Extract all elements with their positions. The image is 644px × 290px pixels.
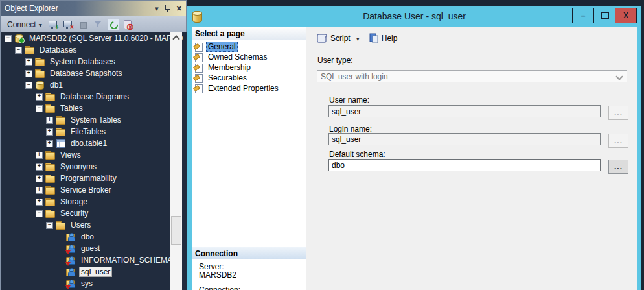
- tree-item-label: Views: [58, 150, 83, 160]
- tree-item-system-databases[interactable]: +System Databases: [1, 56, 187, 67]
- expand-toggle[interactable]: −: [46, 222, 53, 229]
- page-icon: [194, 53, 204, 62]
- expand-toggle[interactable]: +: [46, 140, 53, 147]
- tree-item-databases[interactable]: −Databases: [1, 44, 187, 56]
- scroll-up-icon[interactable]: [170, 32, 182, 42]
- tree-item-storage[interactable]: +Storage: [1, 196, 187, 208]
- tree-item-tables[interactable]: −Tables: [1, 103, 187, 114]
- tree-item-database-snapshots[interactable]: +Database Snapshots: [1, 67, 187, 79]
- filter-icon[interactable]: [93, 19, 104, 30]
- page-item-general[interactable]: General: [192, 42, 306, 52]
- window-position-icon[interactable]: [155, 4, 159, 13]
- expand-toggle[interactable]: +: [36, 187, 43, 194]
- select-a-page-pane: Select a page GeneralOwned SchemasMember…: [192, 27, 306, 290]
- page-item-owned-schemas[interactable]: Owned Schemas: [192, 52, 306, 62]
- user-name-input[interactable]: [328, 105, 601, 117]
- page-item-securables[interactable]: Securables: [192, 73, 306, 83]
- expand-toggle[interactable]: +: [25, 58, 32, 66]
- object-explorer-tree: −MARSDB2 (SQL Server 11.0.6020 - MARSD−D…: [0, 32, 187, 290]
- minimize-button[interactable]: –: [572, 8, 594, 23]
- connect-server-icon[interactable]: +: [48, 19, 59, 30]
- connect-button[interactable]: Connect: [5, 19, 44, 30]
- script-dropdown-icon[interactable]: [356, 34, 360, 43]
- tree-item-db1[interactable]: −db1: [1, 79, 187, 91]
- expand-toggle[interactable]: −: [36, 210, 43, 217]
- script-button[interactable]: Script: [330, 34, 351, 43]
- tree-item-dbo[interactable]: dbo: [1, 231, 187, 243]
- dialog-content: Script Help User type: SQL user with log…: [306, 27, 637, 290]
- user-type-select[interactable]: SQL user with login: [317, 70, 627, 82]
- tree-scrollbar[interactable]: [170, 32, 182, 290]
- expand-toggle[interactable]: +: [46, 117, 53, 124]
- dialog-titlebar[interactable]: Database User - sql_user – X: [187, 6, 641, 27]
- page-item-label: Membership: [206, 63, 253, 72]
- script-error-icon[interactable]: ⓧ: [122, 19, 133, 30]
- close-icon[interactable]: [176, 4, 182, 13]
- folder-icon: [56, 115, 66, 125]
- expand-toggle[interactable]: +: [36, 163, 43, 171]
- folder-icon: [45, 151, 56, 160]
- dialog-toolbar: Script Help: [306, 27, 637, 49]
- expand-toggle[interactable]: +: [36, 199, 43, 206]
- default-schema-input[interactable]: [328, 159, 601, 171]
- tree-item-sys[interactable]: sys: [1, 278, 187, 289]
- disconnect-icon[interactable]: ×: [63, 19, 74, 30]
- expand-toggle[interactable]: −: [5, 35, 12, 42]
- tree-item-label: System Databases: [48, 56, 117, 67]
- maximize-icon: [601, 12, 609, 19]
- tree-item-label: Service Broker: [58, 185, 113, 195]
- tree-item-sql-user[interactable]: sql_user: [1, 266, 187, 278]
- expand-toggle[interactable]: +: [36, 93, 43, 101]
- tree-item-synonyms[interactable]: +Synonyms: [1, 161, 187, 173]
- page-item-extended-properties[interactable]: Extended Properties: [192, 83, 306, 93]
- expand-toggle[interactable]: +: [25, 70, 32, 77]
- user-name-browse-button: ...: [608, 106, 628, 120]
- user-name-label: User name:: [329, 95, 369, 104]
- login-name-input[interactable]: [328, 133, 601, 145]
- refresh-icon[interactable]: [108, 19, 119, 30]
- scrollbar-thumb[interactable]: [171, 216, 181, 245]
- default-schema-browse-button[interactable]: ...: [608, 160, 628, 174]
- tree-item-service-broker[interactable]: +Service Broker: [1, 184, 187, 196]
- tree-item-label: Synonyms: [58, 162, 98, 172]
- expand-toggle[interactable]: −: [15, 47, 22, 54]
- server-value: MARSDB2: [199, 271, 236, 280]
- tree-item-system-tables[interactable]: +System Tables: [1, 114, 187, 126]
- tree-item-information-schema[interactable]: INFORMATION_SCHEMA: [1, 254, 187, 266]
- page-icon: [194, 64, 204, 72]
- close-button[interactable]: X: [615, 8, 637, 23]
- tree-item-label: Tables: [58, 103, 85, 114]
- login-name-browse-button: ...: [608, 134, 628, 148]
- desktop: { "object_explorer": { "title": "Object …: [0, 0, 644, 290]
- server-label: Server:: [199, 262, 224, 271]
- tree-item-guest[interactable]: guest: [1, 243, 187, 254]
- tree-item-label: Database Snapshots: [48, 68, 124, 79]
- tree-item-database-diagrams[interactable]: +Database Diagrams: [1, 91, 187, 103]
- tree-item-dbo-table1[interactable]: +dbo.table1: [1, 138, 187, 149]
- expand-toggle[interactable]: +: [46, 128, 53, 136]
- folder-icon: [35, 69, 45, 78]
- tree-item-users[interactable]: −Users: [1, 219, 187, 231]
- object-explorer-toolbar: Connect + × ⓧ: [0, 16, 187, 34]
- help-button[interactable]: Help: [382, 34, 398, 43]
- tree-item-security[interactable]: −Security: [1, 208, 187, 219]
- tree-item-label: dbo: [79, 232, 96, 242]
- expand-toggle[interactable]: −: [36, 105, 43, 112]
- expand-toggle[interactable]: +: [36, 152, 43, 159]
- chevron-down-icon: [615, 73, 623, 80]
- user-disabled-icon: [66, 244, 76, 253]
- pin-icon[interactable]: [165, 5, 170, 12]
- page-item-membership[interactable]: Membership: [192, 62, 306, 73]
- tree-item-label: dbo.table1: [69, 138, 109, 149]
- expand-toggle[interactable]: −: [25, 82, 32, 89]
- expand-toggle[interactable]: +: [36, 175, 43, 182]
- tree-item-filetables[interactable]: +FileTables: [1, 126, 187, 138]
- tree-item-marsdb2-sql-server-11-0-6020-marsd[interactable]: −MARSDB2 (SQL Server 11.0.6020 - MARSD: [1, 32, 187, 44]
- database-user-dialog: Database User - sql_user – X Select a pa…: [187, 6, 641, 290]
- object-explorer-panel: Object Explorer Connect + × ⓧ −MARSDB2 (…: [0, 0, 187, 290]
- folder-icon: [56, 221, 66, 230]
- form-separator: [317, 90, 628, 90]
- maximize-button[interactable]: [593, 8, 615, 23]
- tree-item-views[interactable]: +Views: [1, 149, 187, 161]
- tree-item-programmability[interactable]: +Programmability: [1, 173, 187, 184]
